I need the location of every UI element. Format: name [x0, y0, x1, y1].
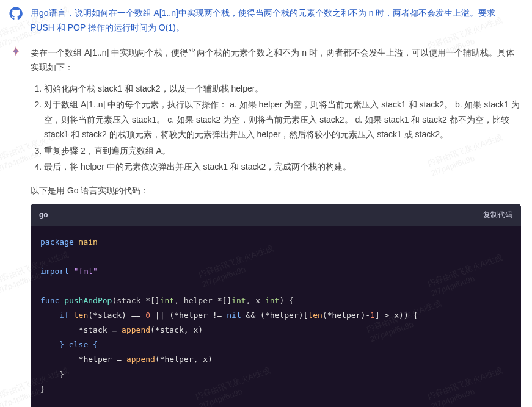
- user-avatar: [9, 6, 23, 21]
- assistant-avatar: [9, 45, 23, 60]
- code-header: go 复制代码: [31, 204, 521, 226]
- user-message-row: 用go语言，说明如何在一个数组 A[1..n]中实现两个栈，使得当两个栈的元素个…: [0, 0, 532, 41]
- user-message-text: 用go语言，说明如何在一个数组 A[1..n]中实现两个栈，使得当两个栈的元素个…: [31, 6, 521, 35]
- assistant-step: 重复步骤 2，直到遍历完数组 A。: [44, 143, 521, 159]
- assistant-step: 初始化两个栈 stack1 和 stack2，以及一个辅助栈 helper。: [44, 81, 521, 96]
- code-content[interactable]: package main import "fmt" func pushAndPo…: [31, 226, 521, 407]
- assistant-message-row: 要在一个数组 A[1..n] 中实现两个栈，使得当两个栈的元素个数之和不为 n …: [0, 41, 532, 407]
- code-block: go 复制代码 package main import "fmt" func p…: [31, 204, 521, 407]
- spark-icon: [9, 45, 23, 60]
- code-language-label: go: [39, 209, 48, 222]
- assistant-step: 最后，将 helper 中的元素依次弹出并压入 stack1 和 stack2，…: [44, 159, 521, 175]
- code-lead-text: 以下是用 Go 语言实现的代码：: [31, 183, 521, 198]
- copy-code-button[interactable]: 复制代码: [483, 209, 512, 222]
- assistant-step: 对于数组 A[1..n] 中的每个元素，执行以下操作： a. 如果 helper…: [44, 97, 521, 142]
- github-icon: [9, 7, 23, 20]
- assistant-steps-list: 初始化两个栈 stack1 和 stack2，以及一个辅助栈 helper。 对…: [31, 81, 521, 175]
- assistant-intro: 要在一个数组 A[1..n] 中实现两个栈，使得当两个栈的元素个数之和不为 n …: [31, 45, 521, 75]
- assistant-message-body: 要在一个数组 A[1..n] 中实现两个栈，使得当两个栈的元素个数之和不为 n …: [31, 45, 521, 407]
